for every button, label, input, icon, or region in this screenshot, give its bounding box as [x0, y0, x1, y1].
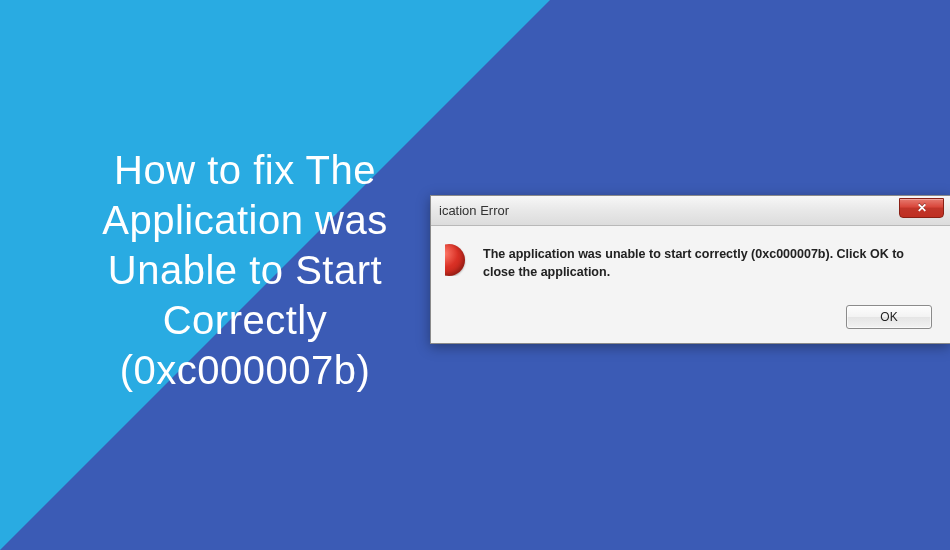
close-button[interactable]: ✕ — [899, 198, 944, 218]
page-title: How to fix The Application was Unable to… — [35, 145, 455, 395]
ok-button[interactable]: OK — [846, 305, 932, 329]
dialog-message: The application was unable to start corr… — [483, 244, 932, 281]
close-icon: ✕ — [917, 201, 927, 215]
